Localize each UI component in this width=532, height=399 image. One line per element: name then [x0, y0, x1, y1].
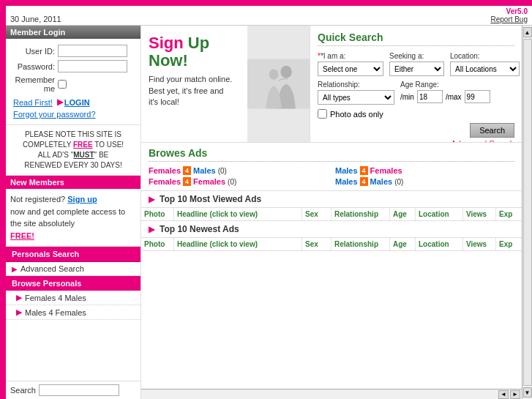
qs-location-label: Location: [450, 52, 520, 60]
read-first-link[interactable]: Read First! [13, 98, 53, 107]
qs-seeking-label: Seeking a: [389, 52, 444, 60]
hero-title: Sign Up Now! [149, 34, 240, 70]
report-bug-link[interactable]: Report Bug [490, 15, 528, 23]
qs-age-max-input[interactable] [465, 90, 490, 103]
vertical-scrollbar: ▲ ▼ [522, 26, 532, 399]
signup-link[interactable]: Sign up [67, 195, 97, 204]
sidebar-item-advanced-search[interactable]: ▶ Advanced Search [6, 262, 141, 276]
left-pink-accent [0, 6, 6, 399]
browse-f4f-females2[interactable]: Females [193, 177, 225, 186]
browse-f4m-females[interactable]: Females [149, 166, 181, 175]
col-age-2: Age [390, 238, 416, 250]
newest-table-header: Photo Headline (click to view) Sex Relat… [141, 237, 522, 251]
scroll-track[interactable] [523, 39, 532, 386]
photo-ads-label: Photo ads only [330, 110, 383, 119]
login-form: User ID: Password: Remember me Read Firs… [6, 39, 141, 125]
login-btn-label: LOGIN [64, 98, 90, 107]
qs-seeking-select[interactable]: Either [389, 61, 444, 76]
date-text: 30 June, 2011 [10, 15, 61, 23]
sidebar-bottom-search: Search [6, 381, 141, 399]
advanced-search-arrow: ▶ [12, 265, 18, 273]
col-loc-1: Location [416, 208, 463, 220]
version-links: Ver5.0 Report Bug [490, 7, 528, 23]
browse-ads-title: Browes Ads [149, 147, 514, 162]
age-max-label: /max [446, 93, 462, 101]
browse-ads-grid: Females 4 Males (0) Males 4 Females [149, 166, 514, 186]
new-members-header: New Members [6, 176, 141, 189]
col-photo-2: Photo [141, 238, 174, 250]
qs-location-field: Location: All Locations [450, 52, 520, 76]
m4f-arrow: ▶ [16, 307, 22, 317]
forgot-password-link[interactable]: Forgot your password? [10, 110, 96, 119]
browse-personals-label: Browse Personals [12, 279, 81, 288]
browse-m4f-males[interactable]: Males [335, 166, 358, 175]
col-age-1: Age [390, 208, 416, 220]
must-word: MUST [73, 151, 94, 159]
col-sex-1: Sex [302, 208, 331, 220]
top-most-viewed-section: ▶ Top 10 Most Viewed Ads Photo Headline … [141, 191, 522, 389]
browse-row-2-right: Males 4 Males (0) [335, 177, 514, 186]
password-row: Password: [10, 60, 136, 72]
browse-row-2-left: Females 4 Females (0) [149, 177, 328, 186]
scroll-right-button[interactable]: ► [510, 390, 520, 399]
advanced-search-link[interactable]: Advanced Search [318, 138, 514, 143]
browse-m4m-males1[interactable]: Males [335, 177, 358, 186]
qs-iam-select[interactable]: Select one [318, 61, 383, 76]
forgot-password-row: Forgot your password? [10, 110, 136, 119]
signup-text1: Not registered? [10, 195, 65, 204]
sidebar-nav: Personals Search ▶ Advanced Search Brows… [6, 247, 141, 320]
sidebar-item-personals-search[interactable]: Personals Search [6, 247, 141, 262]
col-exp-2: Exp [496, 238, 522, 250]
sidebar-search-input[interactable] [39, 384, 119, 396]
age-min-label: /min [400, 93, 414, 101]
top-most-viewed-header: ▶ Top 10 Most Viewed Ads [141, 191, 522, 207]
login-arrow-icon: ▶ [57, 97, 63, 107]
sidebar-item-males-4-females[interactable]: ▶ Males 4 Females [6, 305, 141, 320]
login-button[interactable]: ▶ LOGIN [57, 97, 90, 107]
browse-f4m-males[interactable]: Males [193, 166, 216, 175]
top-newest-arrow: ▶ [149, 224, 155, 234]
top-newest-title: Top 10 Newest Ads [160, 224, 239, 234]
personals-search-label: Personals Search [12, 250, 79, 258]
password-label: Password: [10, 62, 58, 71]
remember-row: Remember me [10, 75, 136, 93]
photo-row: Photo ads only [318, 109, 514, 119]
scroll-up-icon: ▲ [525, 29, 531, 36]
browse-m4f-females[interactable]: Females [370, 166, 402, 175]
browse-f4f-count: (0) [228, 178, 236, 186]
lower-content: Browes Ads Females 4 Males (0) Males 4 [141, 143, 522, 389]
sidebar-item-females-4-males[interactable]: ▶ Females 4 Males [6, 291, 141, 305]
login-links: Read First! ▶ LOGIN [10, 97, 136, 107]
scroll-right-icon: ► [512, 391, 518, 398]
scroll-left-button[interactable]: ◄ [498, 390, 509, 399]
qs-age-min-input[interactable] [417, 90, 443, 103]
quick-search-button[interactable]: Search [470, 123, 514, 138]
hero-section: Sign Up Now! Find your match online.Best… [141, 26, 522, 143]
photo-ads-checkbox[interactable] [318, 109, 327, 119]
userid-input[interactable] [58, 45, 127, 57]
browse-m4m-males2[interactable]: Males [370, 177, 393, 186]
qs-relationship-select[interactable]: All types [318, 90, 394, 105]
remember-checkbox[interactable] [58, 80, 67, 89]
browse-4-badge-4: 4 [360, 177, 368, 186]
sidebar-item-browse-personals[interactable]: Browse Personals [6, 276, 141, 291]
browse-4-badge-1: 4 [183, 166, 191, 175]
qs-first-row: **I am a: Select one Seeking a: Either [318, 52, 514, 76]
svg-point-2 [269, 70, 279, 80]
browse-f4f-females1[interactable]: Females [149, 177, 181, 186]
females-4-males-label: Females 4 Males [25, 294, 86, 302]
scroll-up-button[interactable]: ▲ [523, 27, 532, 37]
advanced-search-label: Advanced Search [20, 264, 84, 273]
password-input[interactable] [58, 60, 127, 72]
qs-relationship-label: Relationship: [318, 81, 394, 89]
sidebar: Member Login User ID: Password: Remember… [6, 26, 141, 399]
scroll-left-icon: ◄ [501, 391, 506, 398]
qs-location-select[interactable]: All Locations [450, 61, 520, 76]
scroll-down-button[interactable]: ▼ [523, 387, 532, 398]
header-row: 30 June, 2011 Ver5.0 Report Bug [6, 6, 532, 26]
horizontal-scrollbar: ◄ ► [141, 389, 522, 399]
males-4-females-label: Males 4 Females [25, 308, 86, 317]
col-rel-1: Relationship [331, 208, 390, 220]
qs-relationship-field: Relationship: All types [318, 81, 394, 105]
remember-label: Remember me [10, 75, 58, 93]
